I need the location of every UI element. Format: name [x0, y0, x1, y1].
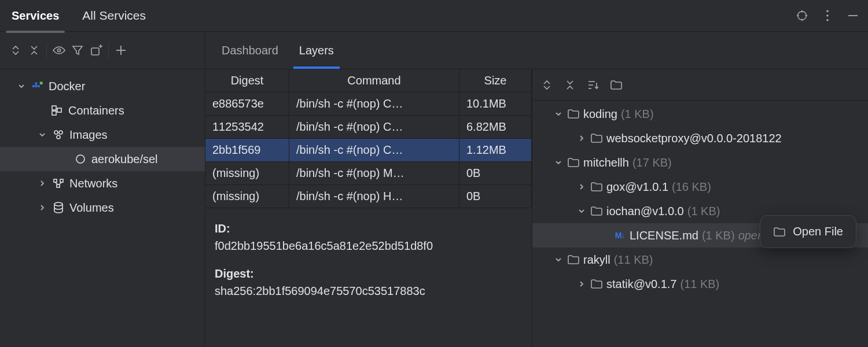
folder-icon	[590, 278, 603, 290]
folder-icon	[567, 108, 580, 120]
tree-label: Docker	[49, 80, 85, 93]
more-icon[interactable]	[821, 9, 834, 22]
title-bar-actions	[796, 9, 859, 22]
file-name: rakyll	[583, 253, 610, 267]
file-name: iochan@v1.0.0	[606, 205, 684, 218]
svg-rect-23	[57, 108, 61, 112]
svg-rect-29	[60, 179, 63, 182]
file-tree-row[interactable]: koding (1 KB)	[532, 102, 868, 126]
tree-node-images[interactable]: Images	[0, 123, 205, 147]
cell-digest: (missing)	[205, 185, 289, 208]
file-tree-row[interactable]: rakyll (11 KB)	[532, 248, 868, 272]
show-icon[interactable]	[50, 42, 68, 59]
tree-label: Images	[69, 128, 108, 142]
tab-layers[interactable]: Layers	[289, 32, 344, 69]
menu-open-file[interactable]: Open File	[765, 220, 851, 243]
services-tree: Docker Containers Images	[0, 69, 205, 224]
file-size: (1 KB)	[621, 108, 654, 121]
tree-node-image-item[interactable]: aerokube/sel	[0, 147, 205, 171]
file-name: LICENSE.md	[630, 229, 698, 242]
minimize-icon[interactable]	[847, 9, 859, 22]
collapse-all-icon[interactable]	[25, 42, 43, 59]
chevron-down-icon	[553, 256, 564, 264]
file-size: (1 KB)	[702, 229, 735, 242]
tab-services[interactable]: Services	[0, 0, 71, 31]
cell-digest: 11253542	[205, 116, 289, 138]
file-size: (17 KB)	[632, 156, 672, 169]
context-menu: Open File	[760, 215, 856, 248]
svg-rect-19	[35, 83, 38, 85]
filter-icon[interactable]	[69, 42, 86, 59]
cell-size: 0B	[459, 185, 532, 208]
svg-point-9	[58, 49, 61, 52]
cell-size: 6.82MB	[459, 116, 532, 138]
tree-label: Networks	[69, 177, 117, 190]
cell-command: /bin/sh -c #(nop) C…	[289, 93, 459, 115]
file-tree-row[interactable]: websocketproxy@v0.0.0-2018122	[532, 126, 868, 150]
networks-icon	[52, 177, 65, 190]
cell-size: 0B	[459, 162, 532, 184]
svg-rect-18	[38, 85, 40, 87]
cell-size: 1.12MB	[459, 139, 532, 161]
svg-rect-22	[52, 111, 56, 115]
chevron-right-icon	[576, 183, 587, 191]
sort-icon[interactable]	[587, 79, 599, 91]
file-tree-row[interactable]: statik@v0.1.7 (11 KB)	[532, 272, 868, 296]
svg-rect-17	[35, 85, 38, 87]
svg-rect-30	[57, 184, 60, 187]
svg-rect-16	[32, 85, 35, 87]
target-icon[interactable]	[796, 9, 808, 22]
layers-content: Digest Command Size e886573e/bin/sh -c #…	[205, 69, 868, 347]
svg-point-20	[40, 82, 43, 84]
services-toolbar	[0, 32, 205, 69]
table-row[interactable]: 11253542/bin/sh -c #(nop) C…6.82MB	[205, 116, 532, 139]
add-icon[interactable]	[112, 42, 130, 59]
svg-point-5	[826, 10, 829, 13]
th-size[interactable]: Size	[459, 69, 532, 92]
markdown-file-icon: M↓	[613, 229, 626, 242]
layer-details: ID: f0d2bb19551be6a16c5a81e2e52bd51d8f0 …	[205, 208, 532, 308]
tree-node-networks[interactable]: Networks	[0, 171, 205, 195]
file-tree-row[interactable]: mitchellh (17 KB)	[532, 150, 868, 175]
chevron-down-icon	[553, 158, 564, 167]
cell-size: 10.1MB	[459, 93, 532, 115]
expand-all-icon[interactable]	[7, 42, 24, 59]
main-area: Docker Containers Images	[0, 32, 868, 347]
file-name: statik@v0.1.7	[606, 278, 676, 291]
file-size: (11 KB)	[614, 253, 653, 267]
file-size: (1 KB)	[687, 205, 720, 218]
table-header: Digest Command Size	[205, 69, 532, 93]
table-row[interactable]: (missing)/bin/sh -c #(nop) M…0B	[205, 162, 532, 185]
svg-marker-10	[73, 46, 82, 54]
svg-rect-11	[91, 48, 99, 55]
file-name: gox@v1.0.1	[606, 180, 668, 194]
th-digest[interactable]: Digest	[205, 69, 289, 92]
file-name: websocketproxy@v0.0.0-2018122	[606, 132, 782, 145]
folder-icon	[590, 205, 603, 217]
cell-digest: (missing)	[205, 162, 289, 184]
containers-icon	[51, 104, 64, 117]
svg-point-7	[826, 19, 829, 21]
tree-node-volumes[interactable]: Volumes	[0, 195, 205, 220]
cell-command: /bin/sh -c #(nop) C…	[289, 116, 459, 138]
file-tree-row[interactable]: gox@v1.0.1 (16 KB)	[532, 175, 868, 199]
collapse-all-icon[interactable]	[564, 79, 576, 91]
files-tree: koding (1 KB)websocketproxy@v0.0.0-20181…	[532, 101, 868, 297]
chevron-down-icon	[576, 207, 587, 215]
tree-label: Volumes	[69, 201, 114, 215]
table-row[interactable]: (missing)/bin/sh -c #(nop) H…0B	[205, 185, 532, 208]
folder-icon[interactable]	[610, 79, 623, 91]
tree-node-docker[interactable]: Docker	[0, 74, 205, 98]
folder-icon	[567, 253, 580, 266]
tab-all-services[interactable]: All Services	[71, 0, 157, 31]
folder-icon	[590, 180, 603, 193]
th-command[interactable]: Command	[289, 69, 459, 92]
detail-panel: Dashboard Layers Digest Command Size e88…	[205, 32, 868, 347]
table-row[interactable]: e886573e/bin/sh -c #(nop) C…10.1MB	[205, 93, 532, 116]
expand-all-icon[interactable]	[540, 79, 553, 91]
cell-digest: 2bb1f569	[205, 139, 289, 161]
tree-node-containers[interactable]: Containers	[0, 98, 205, 123]
tab-dashboard[interactable]: Dashboard	[211, 32, 289, 69]
table-row[interactable]: 2bb1f569/bin/sh -c #(nop) C…1.12MB	[205, 139, 532, 162]
new-window-icon[interactable]	[87, 42, 105, 59]
